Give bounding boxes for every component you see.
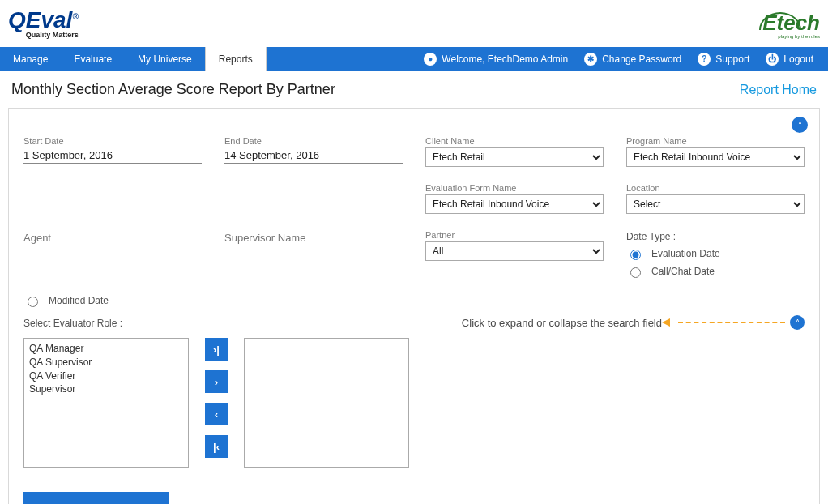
move-all-left-button[interactable]: |‹ bbox=[205, 435, 228, 458]
page-title: Monthly Section Average Score Report By … bbox=[11, 81, 335, 98]
nav-my-universe[interactable]: My Universe bbox=[125, 47, 205, 71]
etech-logo: Etech playing by the rules bbox=[762, 11, 820, 39]
list-item[interactable]: Supervisor bbox=[29, 382, 183, 396]
search-panel: ˄ Start Date End Date Client Name Etech … bbox=[8, 108, 820, 504]
date-type-label: Date Type : bbox=[626, 231, 676, 242]
chevron-up-icon: ˄ bbox=[796, 318, 800, 327]
list-item[interactable]: QA Manager bbox=[29, 342, 183, 356]
callchat-date-label: Call/Chat Date bbox=[651, 266, 715, 277]
partner-label: Partner bbox=[425, 230, 604, 240]
callchat-date-radio[interactable] bbox=[630, 267, 641, 278]
collapse-panel-button[interactable]: ˄ bbox=[792, 117, 808, 133]
location-select[interactable]: Select bbox=[626, 194, 805, 214]
modified-date-label: Modified Date bbox=[49, 295, 109, 306]
annotation-text: Click to expand or collapse the search f… bbox=[462, 317, 662, 329]
generate-report-button[interactable]: GENERATE REPORT bbox=[23, 492, 169, 504]
support-icon: ? bbox=[698, 53, 711, 66]
nav-reports[interactable]: Reports bbox=[205, 47, 267, 71]
move-left-button[interactable]: ‹ bbox=[205, 403, 228, 425]
change-password-link[interactable]: ✱ Change Password bbox=[578, 47, 688, 71]
report-home-link[interactable]: Report Home bbox=[740, 83, 817, 97]
client-name-label: Client Name bbox=[425, 136, 604, 146]
user-icon: ● bbox=[424, 53, 437, 66]
double-chevron-right-icon: ›| bbox=[213, 344, 220, 356]
qeval-logo: QEval® Quality Matters bbox=[8, 10, 79, 38]
nav-manage[interactable]: Manage bbox=[0, 47, 61, 71]
evaluation-date-radio[interactable] bbox=[630, 250, 641, 260]
move-all-right-button[interactable]: ›| bbox=[205, 338, 228, 361]
start-date-label: Start Date bbox=[23, 136, 202, 146]
chevron-right-icon: › bbox=[215, 376, 218, 388]
double-chevron-left-icon: |‹ bbox=[213, 441, 220, 453]
support-link[interactable]: ? Support bbox=[691, 47, 756, 71]
gear-icon: ✱ bbox=[584, 53, 597, 66]
annotation-arrow-icon bbox=[662, 318, 670, 327]
chevron-left-icon: ‹ bbox=[215, 408, 218, 421]
main-nav: Manage Evaluate My Universe Reports ● We… bbox=[0, 47, 828, 71]
available-roles-listbox[interactable]: QA Manager QA Supervisor QA Verifier Sup… bbox=[23, 338, 189, 468]
end-date-label: End Date bbox=[224, 136, 403, 146]
nav-evaluate[interactable]: Evaluate bbox=[61, 47, 125, 71]
list-item[interactable]: QA Supervisor bbox=[29, 356, 183, 369]
evaluator-role-label: Select Evaluator Role : bbox=[23, 318, 122, 329]
end-date-input[interactable] bbox=[224, 147, 403, 164]
supervisor-input[interactable] bbox=[224, 230, 403, 246]
evaluation-date-label: Evaluation Date bbox=[651, 248, 720, 259]
chevron-up-icon: ˄ bbox=[798, 121, 802, 130]
program-name-label: Program Name bbox=[626, 136, 805, 146]
modified-date-radio[interactable] bbox=[28, 297, 38, 307]
partner-select[interactable]: All bbox=[425, 241, 604, 261]
location-label: Location bbox=[626, 183, 805, 193]
program-name-select[interactable]: Etech Retail Inbound Voice bbox=[626, 147, 805, 167]
eval-form-select[interactable]: Etech Retail Inbound Voice bbox=[425, 194, 604, 214]
move-right-button[interactable]: › bbox=[205, 370, 228, 393]
logout-link[interactable]: ⏻ Logout bbox=[759, 47, 820, 71]
start-date-input[interactable] bbox=[23, 147, 202, 164]
power-icon: ⏻ bbox=[766, 53, 779, 66]
list-item[interactable]: QA Verifier bbox=[29, 369, 183, 383]
eval-form-label: Evaluation Form Name bbox=[425, 183, 604, 193]
client-name-select[interactable]: Etech Retail bbox=[425, 147, 604, 167]
annotation-target-button[interactable]: ˄ bbox=[790, 315, 805, 330]
selected-roles-listbox[interactable] bbox=[244, 338, 409, 468]
agent-input[interactable] bbox=[23, 230, 202, 246]
welcome-chip[interactable]: ● Welcome, EtechDemo Admin bbox=[417, 47, 574, 71]
annotation-dashes bbox=[678, 322, 785, 323]
